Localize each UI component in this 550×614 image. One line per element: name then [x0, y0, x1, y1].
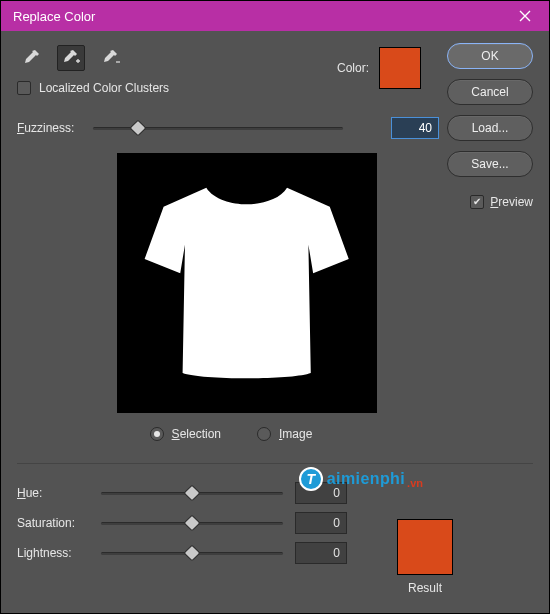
selection-radio-label: Selection: [172, 427, 221, 441]
divider: [17, 463, 533, 464]
lightness-row: Lightness:: [17, 538, 347, 568]
lightness-label: Lightness:: [17, 546, 97, 560]
fuzziness-slider[interactable]: [93, 119, 343, 137]
preview-label: Preview: [490, 195, 533, 209]
hue-row: Hue:: [17, 478, 347, 508]
image-radio[interactable]: Image: [257, 427, 312, 441]
adjustment-block: Hue: Saturation: Lightness:: [17, 478, 347, 568]
replace-color-dialog: Replace Color Color: OK Cancel Load... S…: [0, 0, 550, 614]
result-color-swatch[interactable]: [397, 519, 453, 575]
hue-label: Hue:: [17, 486, 97, 500]
button-column: OK Cancel Load... Save... Preview: [447, 43, 533, 209]
selection-radio[interactable]: Selection: [150, 427, 221, 441]
dialog-body: Color: OK Cancel Load... Save... Preview…: [1, 31, 549, 613]
titlebar[interactable]: Replace Color: [1, 1, 549, 31]
slider-thumb[interactable]: [130, 120, 147, 137]
fuzziness-label: Fuzziness:: [17, 121, 89, 135]
slider-thumb[interactable]: [184, 545, 201, 562]
ok-button[interactable]: OK: [447, 43, 533, 69]
saturation-row: Saturation:: [17, 508, 347, 538]
hue-slider[interactable]: [101, 484, 283, 502]
saturation-slider[interactable]: [101, 514, 283, 532]
preview-mode-row: Selection Image: [71, 427, 391, 441]
tshirt-mask-icon: [128, 164, 365, 401]
source-color-swatch[interactable]: [379, 47, 421, 89]
cancel-button[interactable]: Cancel: [447, 79, 533, 105]
close-button[interactable]: [509, 4, 541, 28]
saturation-input[interactable]: [295, 512, 347, 534]
eyedropper-plus-icon: [61, 48, 81, 68]
window-title: Replace Color: [13, 9, 95, 24]
localized-checkbox[interactable]: [17, 81, 31, 95]
lightness-input[interactable]: [295, 542, 347, 564]
localized-label: Localized Color Clusters: [39, 81, 169, 95]
eyedropper-add-tool[interactable]: [57, 45, 85, 71]
result-column: Result: [397, 519, 453, 595]
preview-toggle[interactable]: Preview: [447, 195, 533, 209]
saturation-label: Saturation:: [17, 516, 97, 530]
slider-thumb[interactable]: [184, 515, 201, 532]
radio-dot-icon: [150, 427, 164, 441]
save-button[interactable]: Save...: [447, 151, 533, 177]
close-icon: [519, 10, 531, 22]
image-radio-label: Image: [279, 427, 312, 441]
slider-thumb[interactable]: [184, 485, 201, 502]
eyedropper-icon: [21, 48, 41, 68]
result-label: Result: [408, 581, 442, 595]
color-label: Color:: [337, 61, 369, 75]
hue-input[interactable]: [295, 482, 347, 504]
watermark-suffix: .vn: [407, 477, 423, 489]
preview-checkbox[interactable]: [470, 195, 484, 209]
source-color-row: Color:: [337, 47, 421, 89]
mask-preview[interactable]: [117, 153, 377, 413]
eyedropper-subtract-tool[interactable]: [97, 45, 125, 71]
load-button[interactable]: Load...: [447, 115, 533, 141]
radio-dot-icon: [257, 427, 271, 441]
eyedropper-tool[interactable]: [17, 45, 45, 71]
fuzziness-input[interactable]: [391, 117, 439, 139]
eyedropper-minus-icon: [101, 48, 121, 68]
lightness-slider[interactable]: [101, 544, 283, 562]
